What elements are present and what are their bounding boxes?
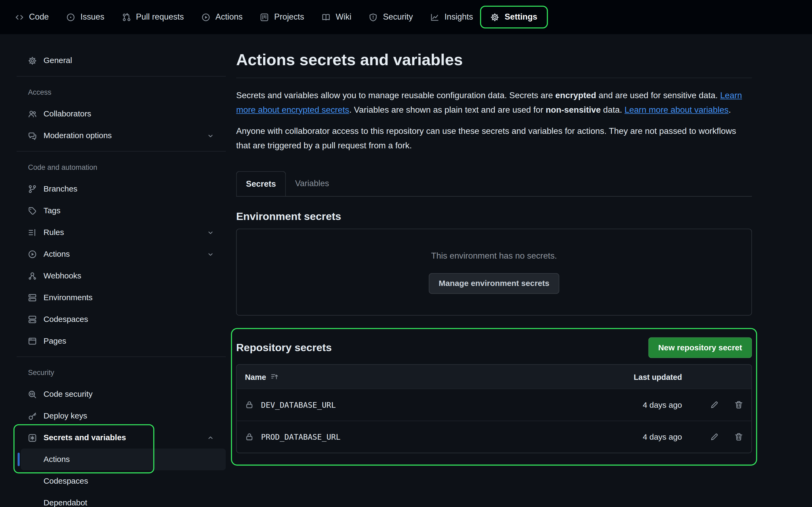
sidebar-item-label: Pages xyxy=(44,336,66,346)
secret-name-cell: DEV_DATABASE_URL xyxy=(245,400,604,410)
sidebar-item-tags[interactable]: Tags xyxy=(17,200,226,221)
nav-settings-wrapper: Settings xyxy=(484,8,544,26)
sidebar-item-label: Codespaces xyxy=(44,315,88,324)
sidebar-item-branches[interactable]: Branches xyxy=(17,178,226,200)
secret-row: PROD_DATABASE_URL 4 days ago xyxy=(237,420,751,453)
sidebar-item-webhooks[interactable]: Webhooks xyxy=(17,265,226,286)
edit-secret-pencil-icon[interactable] xyxy=(710,400,719,409)
browser-icon xyxy=(28,337,37,345)
nav-tab-label: Issues xyxy=(80,12,104,22)
new-repository-secret-button[interactable]: New repository secret xyxy=(649,337,752,358)
sidebar-subitem-codespaces[interactable]: Codespaces xyxy=(21,470,226,492)
pull-request-icon xyxy=(122,13,131,21)
sidebar-item-code-security[interactable]: Code security xyxy=(17,383,226,405)
variables-link[interactable]: Learn more about variables xyxy=(624,105,728,114)
codescan-icon xyxy=(28,390,37,399)
sidebar-item-label: Moderation options xyxy=(44,131,112,140)
repository-secrets-section: Repository secrets New repository secret… xyxy=(236,337,752,453)
chevron-down-icon xyxy=(206,228,214,236)
lock-icon xyxy=(245,433,254,441)
tab-variables[interactable]: Variables xyxy=(286,171,338,196)
nav-tab-projects[interactable]: Projects xyxy=(253,8,311,26)
issue-opened-icon xyxy=(66,13,75,21)
sidebar-item-label: Tags xyxy=(44,206,60,215)
tab-secrets[interactable]: Secrets xyxy=(236,171,286,196)
nav-tab-issues[interactable]: Issues xyxy=(60,8,111,26)
sidebar-item-general[interactable]: General xyxy=(17,50,226,71)
nav-tab-label: Security xyxy=(383,12,413,22)
sidebar-section-security: Security xyxy=(17,361,226,383)
sidebar-divider xyxy=(17,76,226,76)
intro-text: Secrets and variables allow you to manag… xyxy=(236,91,555,100)
sidebar-item-rules[interactable]: Rules xyxy=(17,221,226,243)
secret-row: DEV_DATABASE_URL 4 days ago xyxy=(237,388,751,420)
page-title: Actions secrets and variables xyxy=(236,50,752,70)
intro-bold-non-sensitive: non-sensitive xyxy=(546,105,601,114)
sidebar-divider xyxy=(17,356,226,357)
sidebar-subitem-dependabot[interactable]: Dependabot xyxy=(21,492,226,507)
nav-tab-label: Actions xyxy=(215,12,243,22)
webhook-icon xyxy=(28,272,37,280)
sidebar-item-deploy-keys[interactable]: Deploy keys xyxy=(17,405,226,427)
column-header-name[interactable]: Name xyxy=(245,372,604,381)
secret-last-updated: 4 days ago xyxy=(604,432,682,442)
manage-environment-secrets-button[interactable]: Manage environment secrets xyxy=(429,273,559,293)
chevron-down-icon xyxy=(206,250,214,258)
edit-secret-pencil-icon[interactable] xyxy=(710,433,719,441)
sidebar-subitem-actions[interactable]: Actions xyxy=(21,449,226,470)
people-icon xyxy=(28,109,37,118)
play-circle-icon xyxy=(201,13,210,21)
intro-text: data. xyxy=(601,105,624,114)
secret-row-actions xyxy=(682,400,743,409)
sidebar-divider xyxy=(17,151,226,152)
nav-tab-pull-requests[interactable]: Pull requests xyxy=(115,8,191,26)
sidebar-item-environments[interactable]: Environments xyxy=(17,286,226,308)
nav-tab-label: Wiki xyxy=(336,12,351,22)
nav-tab-wiki[interactable]: Wiki xyxy=(315,8,358,26)
repository-secrets-header: Repository secrets New repository secret xyxy=(236,337,752,358)
sidebar-item-label: Deploy keys xyxy=(44,411,87,420)
shield-icon xyxy=(369,13,378,21)
environment-empty-message: This environment has no secrets. xyxy=(431,250,557,261)
sidebar-item-actions[interactable]: Actions xyxy=(17,243,226,265)
nav-tab-label: Projects xyxy=(274,12,304,22)
sort-ascending-icon xyxy=(271,373,278,381)
secrets-and-variables-group: Secrets and variables Actions xyxy=(17,427,226,470)
sidebar-item-label: Code security xyxy=(44,390,93,399)
server-icon xyxy=(28,293,37,302)
rules-icon xyxy=(28,228,37,237)
secret-name: PROD_DATABASE_URL xyxy=(261,432,341,442)
sidebar-item-label: Branches xyxy=(44,184,77,194)
nav-tab-actions[interactable]: Actions xyxy=(195,8,249,26)
sidebar-item-codespaces[interactable]: Codespaces xyxy=(17,308,226,330)
settings-layout: General Access Collaborators Moderation … xyxy=(0,34,812,507)
settings-sidebar: General Access Collaborators Moderation … xyxy=(0,34,236,507)
sidebar-item-label: Environments xyxy=(44,293,93,302)
sidebar-item-label: Actions xyxy=(44,455,70,464)
asterisk-box-icon xyxy=(28,433,37,442)
sidebar-item-moderation-options[interactable]: Moderation options xyxy=(17,125,226,147)
delete-secret-trash-icon[interactable] xyxy=(734,400,743,409)
nav-tab-insights[interactable]: Insights xyxy=(424,8,480,26)
sidebar-item-collaborators[interactable]: Collaborators xyxy=(17,103,226,125)
delete-secret-trash-icon[interactable] xyxy=(734,433,743,441)
intro-text: . xyxy=(728,105,731,114)
column-header-last-updated: Last updated xyxy=(604,372,682,381)
secret-row-actions xyxy=(682,433,743,441)
gear-icon xyxy=(491,13,499,21)
tag-icon xyxy=(28,206,37,215)
nav-tab-security[interactable]: Security xyxy=(362,8,420,26)
column-header-name-label: Name xyxy=(245,372,266,381)
sidebar-item-pages[interactable]: Pages xyxy=(17,330,226,352)
play-circle-icon xyxy=(28,250,37,259)
sidebar-item-label: Dependabot xyxy=(44,498,87,507)
sidebar-item-label: General xyxy=(44,56,72,65)
sidebar-item-label: Rules xyxy=(44,228,64,237)
settings-main-content: Actions secrets and variables Secrets an… xyxy=(236,34,812,453)
secrets-variables-tabs: Secrets Variables xyxy=(236,171,752,196)
nav-tab-label: Insights xyxy=(444,12,473,22)
sidebar-item-secrets-and-variables[interactable]: Secrets and variables xyxy=(17,427,226,449)
intro-bold-encrypted: encrypted xyxy=(555,91,596,100)
nav-tab-settings[interactable]: Settings xyxy=(484,8,544,26)
nav-tab-code[interactable]: Code xyxy=(8,8,56,26)
